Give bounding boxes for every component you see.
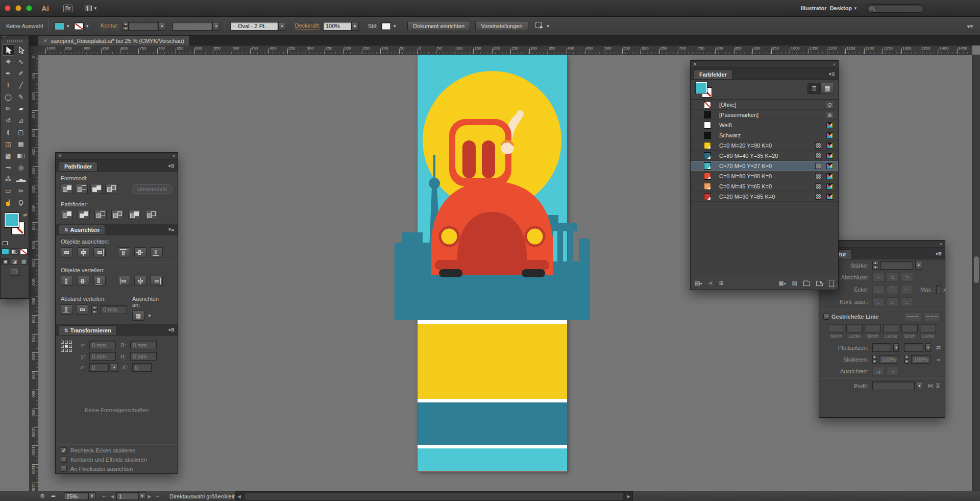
link-scale-icon[interactable]: ∞ <box>937 356 941 363</box>
chevron-down-icon[interactable]: ▼ <box>917 381 922 390</box>
unite-button[interactable] <box>61 184 73 194</box>
divide-button[interactable] <box>61 210 73 220</box>
first-artboard-icon[interactable]: ⇤ <box>103 494 107 499</box>
chevron-down-icon[interactable]: ▼ <box>93 6 97 11</box>
search-input[interactable] <box>876 5 917 12</box>
round-cap-button[interactable]: ⊃ <box>887 273 899 282</box>
chevron-down-icon[interactable]: ▼ <box>212 22 219 31</box>
chevron-down-icon[interactable]: ▼ <box>158 22 165 31</box>
scroll-right-icon[interactable]: ▶ <box>627 494 630 499</box>
minus-back-button[interactable] <box>145 210 157 220</box>
artboard[interactable] <box>418 55 567 471</box>
crop-button[interactable] <box>111 210 124 220</box>
expand-icon[interactable]: ⇅ <box>64 227 68 232</box>
collapse-panel-icon[interactable]: « <box>940 242 942 247</box>
direct-selection-tool[interactable] <box>15 44 27 56</box>
hand-tool[interactable]: ☝ <box>2 197 14 208</box>
free-transform-tool[interactable]: ▢ <box>15 127 27 138</box>
chevron-down-icon[interactable]: ▼ <box>893 343 899 352</box>
lasso-tool[interactable]: ∿ <box>15 56 27 67</box>
panel-menu-icon[interactable]: ▾≣ <box>165 327 178 335</box>
symbol-sprayer-tool[interactable]: ⁂ <box>2 174 14 185</box>
search-box[interactable] <box>867 4 924 13</box>
tab-align[interactable]: ⇅Ausrichten <box>59 225 105 234</box>
draw-normal-icon[interactable]: ▣ <box>2 258 9 265</box>
butt-cap-button[interactable]: ⊢ <box>872 273 885 282</box>
swap-arrowheads-icon[interactable]: ⇄ <box>936 344 941 351</box>
distribute-top-button[interactable] <box>61 276 73 286</box>
dash-field[interactable] <box>920 324 936 332</box>
chevron-down-icon[interactable]: ▼ <box>925 343 931 352</box>
stroke-color-chip[interactable] <box>74 22 84 30</box>
workspace-switcher[interactable]: Illustrator_Desktop <box>801 5 852 11</box>
vertical-scrollbar[interactable] <box>972 55 980 491</box>
expand-icon[interactable]: ⇅ <box>64 328 68 333</box>
none-mode-button[interactable] <box>20 248 28 255</box>
align-left-button[interactable] <box>61 247 73 257</box>
trim-button[interactable] <box>78 210 90 220</box>
arrowhead-end-field[interactable] <box>904 343 923 352</box>
stroke-panel-link[interactable]: Kontur: <box>101 22 118 30</box>
swatch-kinds-icon[interactable]: ▦▾ <box>778 280 786 287</box>
panel-menu-icon[interactable]: ▾≣ <box>165 163 178 171</box>
fill-proxy-swatch[interactable] <box>4 212 19 228</box>
bridge-button[interactable]: Br <box>63 5 72 12</box>
weight-stepper[interactable]: ▲▼ <box>872 261 878 270</box>
color-themes-icon[interactable]: ≺ <box>708 280 713 287</box>
scale-end-stepper[interactable]: ▲▼ <box>904 355 909 364</box>
zoom-tool[interactable]: Ϙ <box>15 197 27 208</box>
draw-behind-icon[interactable]: ◪ <box>11 258 18 265</box>
chevron-down-icon[interactable]: ▼ <box>85 24 89 29</box>
miter-join-button[interactable]: ∟ <box>872 285 885 294</box>
dash-field[interactable] <box>901 324 918 332</box>
panel-menu-icon[interactable]: ▾≣ <box>967 23 973 29</box>
document-tab[interactable]: ✕ saxoprint_Reiseplakat.ai* bei 25 % (CM… <box>38 36 190 45</box>
column-graph-tool[interactable]: ▂▅▃ <box>15 174 27 185</box>
vertical-scrollbar-thumb[interactable] <box>974 256 979 283</box>
align-top-button[interactable] <box>118 247 130 257</box>
tab-transform[interactable]: ⇅Transformieren <box>59 325 117 335</box>
cursor-options-icon[interactable]: ➤ <box>535 22 545 30</box>
collapse-panel-icon[interactable]: « <box>833 62 836 67</box>
distribute-bottom-button[interactable] <box>93 276 106 286</box>
swatch-row[interactable]: C=0 M=20 Y=90 K=0 <box>691 140 838 151</box>
fill-proxy-swatch[interactable] <box>695 82 707 94</box>
distribute-right-button[interactable] <box>151 276 163 286</box>
chevron-down-icon[interactable]: ▼ <box>111 363 118 372</box>
chevron-down-icon[interactable]: ▼ <box>139 492 146 500</box>
ruler-origin-corner[interactable] <box>29 45 38 55</box>
distribute-center-h-button[interactable] <box>134 276 146 286</box>
previous-artboard-icon[interactable]: ◀ <box>111 494 114 499</box>
swap-fill-stroke-icon[interactable]: ⇄ <box>23 212 27 218</box>
dash-field[interactable] <box>828 324 844 332</box>
swatch-row[interactable]: C=20 M=90 Y=85 K=0 <box>691 192 838 202</box>
panel-header[interactable]: ✕ « <box>691 61 838 68</box>
opacity-link[interactable]: Deckkraft: <box>295 22 320 30</box>
chevron-down-icon[interactable]: ▼ <box>915 261 922 270</box>
flip-along-icon[interactable]: ⋈ <box>927 383 933 389</box>
draw-inside-icon[interactable]: ▥ <box>20 258 28 265</box>
x-field[interactable]: 0 mm <box>89 341 116 349</box>
dashed-line-checkbox[interactable]: − <box>823 314 829 320</box>
eraser-tool[interactable]: ▰ <box>15 103 27 114</box>
gradient-mode-button[interactable] <box>11 248 18 255</box>
swatch-list-empty-area[interactable] <box>691 202 838 277</box>
chevron-down-icon[interactable]: ▼ <box>88 492 95 500</box>
tab-pathfinder[interactable]: Pathfinder <box>59 161 97 171</box>
stroke-weight-field[interactable] <box>129 22 158 31</box>
horizontal-scrollbar[interactable]: ◀ ▶ <box>235 491 633 501</box>
screen-mode-icon[interactable]: ❐ <box>10 268 20 276</box>
checkbox[interactable]: ✓ <box>61 466 67 472</box>
panel-grip[interactable] <box>1 39 29 43</box>
chevron-down-icon[interactable]: ▼ <box>393 24 397 29</box>
resize-grip[interactable]: ⋰ <box>833 284 837 289</box>
dash-field[interactable] <box>846 324 863 332</box>
width-profile-field[interactable] <box>173 22 212 31</box>
preserve-dash-button[interactable] <box>904 312 921 321</box>
chevron-down-icon[interactable]: ▼ <box>278 22 285 31</box>
scroll-left-icon[interactable]: ◀ <box>237 494 241 499</box>
align-center-v-button[interactable] <box>134 247 146 257</box>
collapse-panel-icon[interactable]: « <box>173 153 175 158</box>
chevron-down-icon[interactable]: ▼ <box>66 24 70 29</box>
dash-field[interactable] <box>865 324 881 332</box>
